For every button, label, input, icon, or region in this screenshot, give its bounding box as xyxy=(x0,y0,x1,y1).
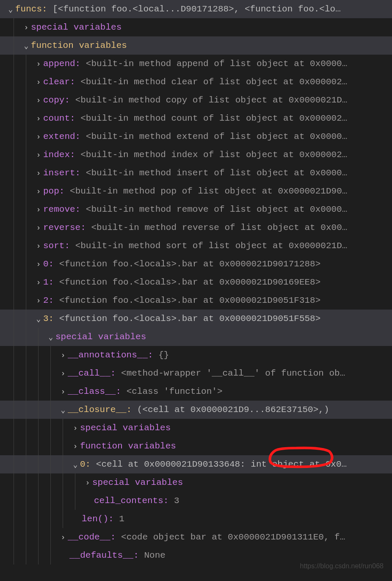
var-key: count: xyxy=(43,113,75,123)
var-value: <built-in method append of list object a… xyxy=(86,59,348,69)
var-key: 2: xyxy=(43,296,54,305)
chevron-down-icon: ⌄ xyxy=(6,5,15,14)
var-key: remove: xyxy=(43,205,80,214)
var-value: <built-in method reverse of list object … xyxy=(91,223,347,232)
node-special-variables[interactable]: › special variables xyxy=(0,18,392,36)
var-value: <built-in method extend of list object a… xyxy=(86,132,348,141)
var-defaults[interactable]: __defaults__: None xyxy=(0,546,392,564)
var-method[interactable]: ›clear: <built-in method clear of list o… xyxy=(0,73,392,91)
var-key: __call__: xyxy=(68,368,116,378)
var-value: <built-in method pop of list object at 0… xyxy=(70,186,347,196)
var-value: <built-in method remove of list object a… xyxy=(86,205,348,214)
node-special-variables[interactable]: › special variables xyxy=(0,419,392,437)
var-value: <class 'function'> xyxy=(127,387,223,396)
chevron-right-icon: › xyxy=(34,242,43,250)
chevron-down-icon: ⌄ xyxy=(22,41,31,50)
var-item[interactable]: ›0: <function foo.<locals>.bar at 0x0000… xyxy=(0,255,392,273)
var-method[interactable]: ›extend: <built-in method extend of list… xyxy=(0,127,392,146)
chevron-right-icon: › xyxy=(71,442,80,451)
chevron-right-icon: › xyxy=(34,96,43,105)
var-annotations[interactable]: › __annotations__: {} xyxy=(0,346,392,364)
var-key: pop: xyxy=(43,186,64,196)
var-key: 1: xyxy=(43,277,54,287)
var-key: clear: xyxy=(43,77,75,87)
chevron-down-icon: ⌄ xyxy=(34,314,43,324)
var-key: __closure__: xyxy=(68,405,132,415)
var-method[interactable]: ›remove: <built-in method remove of list… xyxy=(0,200,392,219)
var-method[interactable]: ›copy: <built-in method copy of list obj… xyxy=(0,91,392,109)
var-value: <function foo.<locals>.bar at 0x0000021D… xyxy=(59,296,321,305)
var-value: <cell at 0x0000021D90133648: int object … xyxy=(96,459,347,469)
var-key: copy: xyxy=(43,95,70,105)
chevron-right-icon: › xyxy=(34,78,43,86)
var-method[interactable]: ›count: <built-in method count of list o… xyxy=(0,109,392,127)
var-key: __annotations__: xyxy=(68,350,153,360)
node-special-variables[interactable]: ⌄ special variables xyxy=(0,328,392,346)
var-cell-0[interactable]: ⌄ 0: <cell at 0x0000021D90133648: int ob… xyxy=(0,455,392,473)
label: function variables xyxy=(80,441,176,451)
var-method[interactable]: ›pop: <built-in method pop of list objec… xyxy=(0,182,392,200)
var-value: 1 xyxy=(119,514,124,524)
chevron-right-icon: › xyxy=(22,23,31,32)
var-value: [<function foo.<local...D90171288>, <fun… xyxy=(52,4,341,14)
var-value: <built-in method clear of list object at… xyxy=(80,77,347,87)
chevron-right-icon: › xyxy=(34,151,43,159)
var-funcs[interactable]: ⌄ funcs: [<function foo.<local...D901712… xyxy=(0,0,392,18)
chevron-down-icon: ⌄ xyxy=(71,460,80,469)
label: special variables xyxy=(31,22,121,32)
chevron-right-icon: › xyxy=(58,387,68,396)
var-value: <built-in method count of list object at… xyxy=(80,113,347,123)
chevron-right-icon: › xyxy=(58,351,68,360)
var-key: len(): xyxy=(82,514,114,524)
var-item[interactable]: ›1: <function foo.<locals>.bar at 0x0000… xyxy=(0,273,392,291)
var-key: insert: xyxy=(43,168,80,178)
label: special variables xyxy=(92,478,183,487)
var-code[interactable]: › __code__: <code object bar at 0x000002… xyxy=(0,528,392,546)
node-function-variables[interactable]: ⌄ function variables xyxy=(0,36,392,55)
label: function variables xyxy=(31,41,127,50)
var-key: cell_contents: xyxy=(94,496,168,506)
var-value: (<cell at 0x0000021D9...862E37150>,) xyxy=(137,405,329,415)
var-method[interactable]: ›sort: <built-in method sort of list obj… xyxy=(0,237,392,255)
var-call[interactable]: › __call__: <method-wrapper '__call__' o… xyxy=(0,364,392,382)
var-class[interactable]: › __class__: <class 'function'> xyxy=(0,382,392,401)
node-special-variables[interactable]: › special variables xyxy=(0,473,392,492)
var-value: None xyxy=(144,551,165,560)
var-method[interactable]: ›append: <built-in method append of list… xyxy=(0,55,392,73)
var-key: __code__: xyxy=(68,532,116,542)
var-value: <built-in method insert of list object a… xyxy=(86,168,348,178)
var-len[interactable]: len(): 1 xyxy=(0,510,392,528)
chevron-right-icon: › xyxy=(34,114,43,123)
node-function-variables[interactable]: › function variables xyxy=(0,437,392,455)
var-value: <built-in method copy of list object at … xyxy=(75,95,348,105)
chevron-right-icon: › xyxy=(34,260,43,268)
label: special variables xyxy=(55,332,146,342)
var-value: {} xyxy=(158,350,169,360)
chevron-right-icon: › xyxy=(34,169,43,177)
var-key: extend: xyxy=(43,132,80,141)
var-item[interactable]: ›2: <function foo.<locals>.bar at 0x0000… xyxy=(0,291,392,310)
var-item-3[interactable]: ⌄ 3: <function foo.<locals>.bar at 0x000… xyxy=(0,310,392,328)
var-key: __class__: xyxy=(68,387,121,396)
chevron-right-icon: › xyxy=(34,224,43,232)
var-key: funcs: xyxy=(15,4,47,14)
chevron-right-icon: › xyxy=(58,369,68,378)
var-method[interactable]: ›index: <built-in method index of list o… xyxy=(0,146,392,164)
var-method[interactable]: ›insert: <built-in method insert of list… xyxy=(0,164,392,182)
chevron-right-icon: › xyxy=(34,133,43,141)
chevron-down-icon: ⌄ xyxy=(46,332,55,342)
var-closure[interactable]: ⌄ __closure__: (<cell at 0x0000021D9...8… xyxy=(0,401,392,419)
var-method[interactable]: ›reverse: <built-in method reverse of li… xyxy=(0,219,392,237)
chevron-down-icon: ⌄ xyxy=(58,405,68,415)
chevron-right-icon: › xyxy=(34,60,43,68)
chevron-right-icon: › xyxy=(83,479,92,487)
var-key: 0: xyxy=(80,459,91,469)
chevron-right-icon: › xyxy=(58,533,68,542)
var-key: index: xyxy=(43,150,75,160)
var-cell-contents[interactable]: cell_contents: 3 xyxy=(0,492,392,510)
var-key: append: xyxy=(43,59,80,69)
var-key: 0: xyxy=(43,259,54,269)
chevron-right-icon: › xyxy=(71,424,80,432)
chevron-right-icon: › xyxy=(34,278,43,287)
var-value: <built-in method index of list object at… xyxy=(80,150,347,160)
